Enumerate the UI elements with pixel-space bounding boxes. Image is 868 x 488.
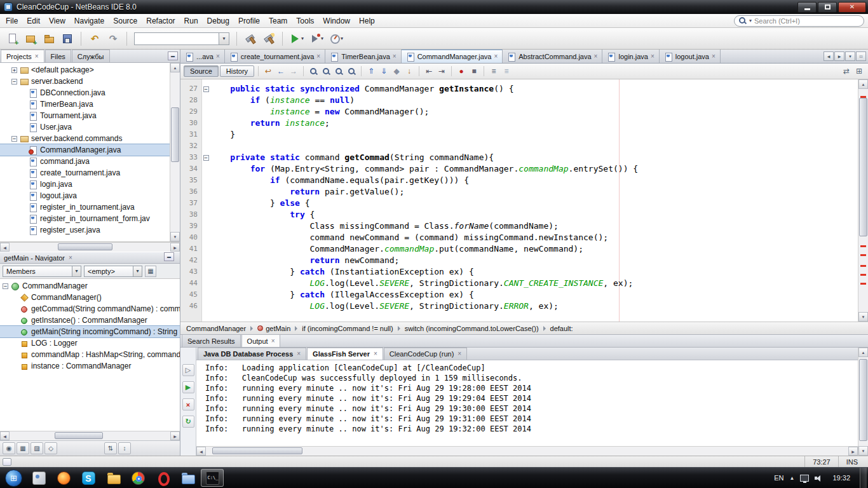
editor-tab-create-tournament-java[interactable]: create_tournament.java× [225,50,325,63]
scroll-left-icon[interactable]: ◀ [0,243,10,252]
close-icon[interactable]: × [712,53,715,60]
member-log-logger[interactable]: LOG : Logger [0,337,180,349]
scroll-track[interactable] [206,447,848,456]
profile-project-button[interactable]: ▾ [327,30,345,47]
menu-navigate[interactable]: Navigate [70,15,109,27]
scroll-track[interactable] [170,72,180,232]
config-combo[interactable]: ▾ [134,32,229,45]
error-stripe-mark[interactable] [860,265,866,267]
console-line[interactable]: Info: running every minute .. now it's: … [205,424,858,434]
scroll-thumb[interactable] [171,107,179,161]
scroll-thumb[interactable] [859,359,867,441]
code-line[interactable]: 45 } catch (IllegalAccessException ex) { [180,289,858,301]
menu-view[interactable]: View [44,15,70,27]
code-line[interactable]: 37 } else { [180,198,858,209]
collapse-icon[interactable]: − [3,283,8,289]
close-icon[interactable]: × [393,53,397,60]
scroll-down-icon[interactable]: ▼ [170,232,180,241]
project-login-java[interactable]: login.java [0,179,170,190]
tab-projects[interactable]: Projects× [1,50,44,62]
minimize-panel-button[interactable]: ▬ [164,252,174,261]
taskbar-firefox-button[interactable] [52,469,75,487]
menu-refactor[interactable]: Refactor [142,15,179,27]
find-previous-button[interactable] [333,65,344,77]
show-fields-button[interactable]: ▦ [17,442,29,454]
taskbar-explorer-button[interactable] [176,469,199,487]
console-line[interactable]: Info: running every minute .. now it's: … [205,393,858,403]
find-next-button[interactable] [346,65,357,77]
maximize-button[interactable] [818,2,837,13]
history-view-button[interactable]: History [220,65,254,77]
scroll-tabs-left-button[interactable]: ◀ [824,51,834,61]
refresh-server-button[interactable]: ↻ [182,416,194,428]
new-file-button[interactable] [4,30,20,47]
menu-file[interactable]: File [1,15,22,27]
chevron-down-icon[interactable]: ▾ [219,33,229,44]
toggle-bookmark-button[interactable]: ◆ [391,65,402,77]
console-tab-glassfish-server[interactable]: GlassFish Server× [307,348,383,360]
quick-search[interactable]: ▾ [734,15,864,27]
close-icon[interactable]: × [216,53,220,60]
error-stripe-mark[interactable] [860,274,866,276]
chevron-down-icon[interactable]: ▾ [133,266,142,276]
code-line[interactable]: 34 for (Map.Entry<String, command> pair … [180,163,858,175]
tab-files[interactable]: Files [45,50,71,62]
scroll-thumb[interactable] [55,432,103,439]
sort-by-source-button[interactable]: ↕ [118,442,131,454]
start-button[interactable] [5,470,22,487]
maximize-editor-button[interactable]: ⊡ [856,51,866,61]
chevron-down-icon[interactable]: ▾ [341,36,343,41]
stop-macro-button[interactable]: ■ [468,65,480,77]
open-project-button[interactable] [41,30,57,47]
close-icon[interactable]: × [651,53,654,60]
collapse-icon[interactable]: − [11,79,17,85]
menu-tools[interactable]: Tools [292,15,318,27]
code-line[interactable]: 36 return pair.getValue(); [180,186,858,198]
error-stripe-mark[interactable] [860,245,866,247]
network-icon[interactable] [800,475,809,482]
console[interactable]: Info: Loading application [CleanCodeCup]… [196,360,858,446]
code-line[interactable]: 46 LOG.log(Level.SEVERE, StringDictionar… [180,301,858,312]
code-line[interactable]: 43 } catch (InstantiationException ex) { [180,266,858,278]
tab-search-results[interactable]: Search Results [182,334,241,347]
save-all-button[interactable] [59,30,76,47]
member-commandmanager[interactable]: −CommandManager [0,280,180,292]
project-logout-java[interactable]: logout.java [0,190,170,201]
shift-right-button[interactable]: ⇥ [436,65,447,77]
search-input[interactable] [754,17,860,25]
menu-profile[interactable]: Profile [234,15,264,27]
code-line[interactable]: 35 if (commandName.equals(pair.getKey())… [180,175,858,186]
project-dbconnection-java[interactable]: DBConnection.java [0,87,170,98]
scroll-up-icon[interactable]: ▲ [170,63,180,72]
run-project-button[interactable]: ▾ [288,30,306,47]
console-tab-cleancodecup-run[interactable]: CleanCodeCup (run)× [384,348,467,360]
code-line[interactable]: 39 Class missingCommand = Class.forName(… [180,220,858,232]
scroll-down-icon[interactable]: ▼ [858,446,868,456]
last-edit-button[interactable]: ↩ [262,65,274,77]
close-icon[interactable]: × [458,351,461,357]
breadcrumb-item[interactable]: default: [548,325,575,332]
scroll-down-icon[interactable]: ▼ [858,312,868,322]
editor-tab-login-java[interactable]: login.java× [602,50,659,63]
projects-vscrollbar[interactable]: ▲ ▼ [170,63,180,241]
menu-help[interactable]: Help [355,15,379,27]
minimize-panel-button[interactable]: ▬ [168,51,178,60]
menu-source[interactable]: Source [109,15,142,27]
code-line[interactable]: 30 return instance; [180,118,858,129]
project-register-in-tournament-form-jav[interactable]: register_in_tournament_form.jav [0,213,170,224]
chevron-down-icon[interactable]: ▾ [749,18,752,24]
shift-left-button[interactable]: ⇤ [423,65,435,77]
member-getinstance-commandmanager[interactable]: getInstance() : CommandManager [0,315,180,326]
show-static-button[interactable]: ▨ [31,442,43,454]
scroll-thumb[interactable] [212,447,302,454]
scroll-right-icon[interactable]: ▶ [848,447,858,456]
close-icon[interactable]: × [69,255,72,261]
scroll-left-icon[interactable]: ◀ [0,431,10,440]
stop-server-button[interactable]: × [182,398,194,410]
menu-window[interactable]: Window [318,15,355,27]
code-line[interactable]: 42 return newCommand; [180,255,858,266]
scroll-left-icon[interactable]: ◀ [196,447,206,456]
scroll-track[interactable] [10,431,170,440]
menu-debug[interactable]: Debug [203,15,234,27]
scroll-tabs-right-button[interactable]: ▶ [834,51,844,61]
